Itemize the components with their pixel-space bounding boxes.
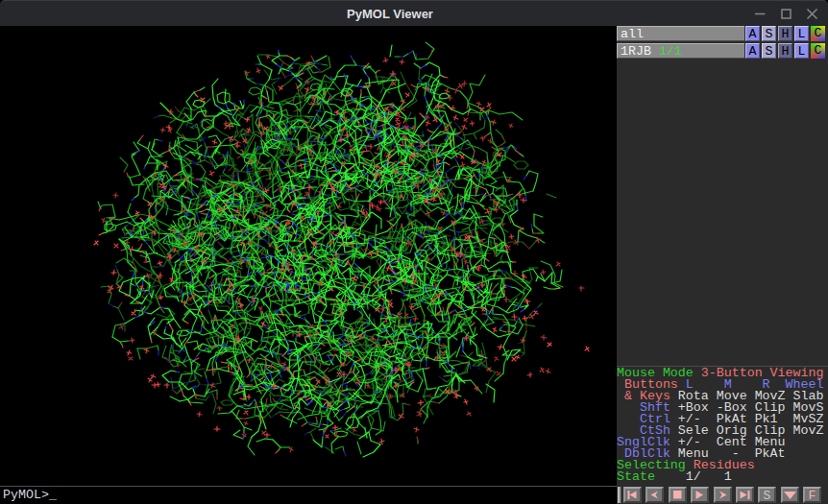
svg-text:S: S [764,489,771,503]
svg-text:F: F [809,489,816,503]
